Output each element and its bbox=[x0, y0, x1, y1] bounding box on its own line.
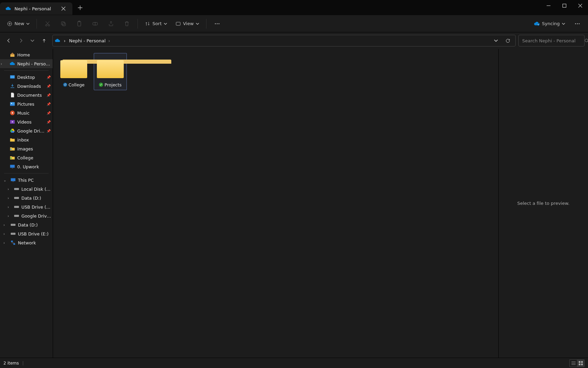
svg-point-17 bbox=[585, 39, 588, 42]
toolbar-overflow-button[interactable] bbox=[570, 18, 585, 30]
drive-icon bbox=[10, 222, 16, 228]
share-button[interactable] bbox=[104, 18, 118, 30]
cut-button[interactable] bbox=[40, 18, 55, 30]
window-controls bbox=[540, 0, 588, 15]
svg-rect-5 bbox=[61, 22, 64, 25]
pin-icon: 📌 bbox=[47, 129, 51, 133]
chevron-right-icon: › bbox=[8, 196, 9, 200]
pin-icon: 📌 bbox=[47, 111, 51, 115]
nav-forward-button[interactable] bbox=[15, 35, 26, 46]
breadcrumb-segment[interactable]: Nephi - Personal bbox=[69, 38, 105, 43]
more-button[interactable] bbox=[210, 18, 224, 30]
address-bar[interactable]: › Nephi - Personal › bbox=[52, 35, 516, 46]
desktop-icon bbox=[10, 74, 15, 80]
onedrive-icon bbox=[10, 61, 15, 66]
nav-back-button[interactable] bbox=[3, 35, 14, 46]
sidebar-item-data-d2[interactable]: › Data (D:) bbox=[0, 220, 53, 229]
sidebar-item-network[interactable]: › Network bbox=[0, 238, 53, 247]
chevron-right-icon: › bbox=[1, 62, 2, 66]
sidebar-item-downloads[interactable]: Downloads 📌 bbox=[0, 82, 53, 91]
sidebar-item-music[interactable]: Music 📌 bbox=[0, 108, 53, 117]
sidebar-item-usb-e2[interactable]: › USB Drive (E:) bbox=[0, 229, 53, 238]
tab-close-button[interactable] bbox=[59, 4, 68, 13]
sidebar-item-documents[interactable]: Documents 📌 bbox=[0, 91, 53, 99]
svg-point-15 bbox=[577, 23, 578, 24]
chevron-right-icon: › bbox=[8, 187, 9, 191]
delete-button[interactable] bbox=[120, 18, 134, 30]
address-row: › Nephi - Personal › bbox=[0, 32, 588, 49]
sidebar-item-usb-e[interactable]: › USB Drive (E:) bbox=[0, 202, 53, 211]
sync-status-button[interactable]: Syncing bbox=[530, 18, 569, 30]
svg-point-14 bbox=[575, 23, 576, 24]
folder-icon bbox=[60, 57, 87, 78]
svg-rect-0 bbox=[562, 4, 566, 7]
folder-item-college[interactable]: College bbox=[57, 53, 90, 90]
svg-rect-46 bbox=[579, 361, 580, 363]
view-button[interactable]: View bbox=[172, 18, 203, 30]
view-details-button[interactable] bbox=[569, 359, 577, 367]
new-tab-button[interactable] bbox=[72, 6, 88, 10]
pin-icon: 📌 bbox=[47, 75, 51, 79]
sidebar-item-home[interactable]: Home bbox=[0, 50, 53, 59]
pictures-icon bbox=[10, 101, 15, 107]
copy-button[interactable] bbox=[56, 18, 71, 30]
sidebar-item-inbox[interactable]: inbox bbox=[0, 135, 53, 144]
nav-history-button[interactable] bbox=[27, 35, 38, 46]
sidebar-item-googledrive[interactable]: Google Drive 📌 bbox=[0, 126, 53, 135]
sidebar-item-college[interactable]: College bbox=[0, 153, 53, 162]
chevron-right-icon: › bbox=[8, 205, 9, 209]
file-name: Projects bbox=[104, 82, 121, 87]
svg-point-26 bbox=[10, 157, 12, 159]
chevron-down-icon: ⌄ bbox=[3, 178, 6, 182]
rename-button[interactable] bbox=[88, 18, 102, 30]
address-expand-button[interactable] bbox=[490, 35, 501, 46]
sidebar-item-thispc[interactable]: ⌄ This PC bbox=[0, 176, 53, 185]
sidebar-item-images[interactable]: Images bbox=[0, 144, 53, 153]
svg-rect-49 bbox=[581, 364, 583, 365]
window-tab[interactable]: Nephi - Personal bbox=[0, 2, 72, 15]
usb-icon bbox=[14, 204, 19, 210]
preview-empty-text: Select a file to preview. bbox=[517, 201, 570, 206]
sidebar-item-upwork[interactable]: 0. Upwork bbox=[0, 162, 53, 171]
sort-button[interactable]: Sort bbox=[141, 18, 171, 30]
chevron-right-icon: › bbox=[3, 232, 5, 236]
folder-icon bbox=[10, 155, 15, 160]
sync-badge-icon bbox=[63, 83, 67, 87]
maximize-button[interactable] bbox=[556, 0, 572, 11]
svg-rect-39 bbox=[15, 215, 19, 217]
item-count: 2 items bbox=[3, 361, 19, 366]
svg-rect-9 bbox=[176, 22, 180, 25]
new-button[interactable]: New bbox=[3, 18, 33, 30]
sidebar-item-gdrive-g[interactable]: › Google Drive (G:) bbox=[0, 211, 53, 220]
sidebar-item-videos[interactable]: Videos 📌 bbox=[0, 117, 53, 126]
tab-title: Nephi - Personal bbox=[14, 6, 55, 11]
onedrive-icon bbox=[6, 6, 11, 11]
sidebar-item-data-d[interactable]: › Data (D:) bbox=[0, 193, 53, 202]
sidebar-item-pictures[interactable]: Pictures 📌 bbox=[0, 99, 53, 108]
sidebar-item-local-c[interactable]: › Local Disk (C:) bbox=[0, 185, 53, 193]
view-icons-button[interactable] bbox=[577, 359, 585, 367]
svg-rect-6 bbox=[78, 21, 81, 26]
svg-rect-37 bbox=[15, 207, 19, 208]
folder-item-projects[interactable]: ✓ Projects bbox=[94, 53, 127, 90]
paste-button[interactable] bbox=[72, 18, 87, 30]
folder-icon bbox=[10, 137, 15, 143]
search-input[interactable] bbox=[522, 38, 581, 43]
search-bar[interactable] bbox=[518, 35, 585, 46]
sidebar-item-nephi[interactable]: › Nephi - Personal bbox=[0, 59, 53, 68]
videos-icon bbox=[10, 119, 15, 125]
svg-rect-41 bbox=[11, 224, 15, 225]
svg-rect-19 bbox=[10, 75, 14, 78]
minimize-button[interactable] bbox=[540, 0, 556, 11]
svg-point-25 bbox=[10, 148, 12, 150]
file-grid[interactable]: College ✓ Projects bbox=[53, 49, 498, 358]
usb-icon bbox=[10, 231, 16, 236]
refresh-button[interactable] bbox=[502, 35, 513, 46]
svg-rect-45 bbox=[13, 243, 15, 245]
pc-icon bbox=[10, 177, 16, 183]
nav-up-button[interactable] bbox=[39, 35, 50, 46]
sidebar-item-desktop[interactable]: Desktop 📌 bbox=[0, 73, 53, 82]
svg-rect-4 bbox=[62, 23, 65, 26]
close-window-button[interactable] bbox=[572, 0, 588, 11]
svg-rect-44 bbox=[11, 241, 13, 242]
